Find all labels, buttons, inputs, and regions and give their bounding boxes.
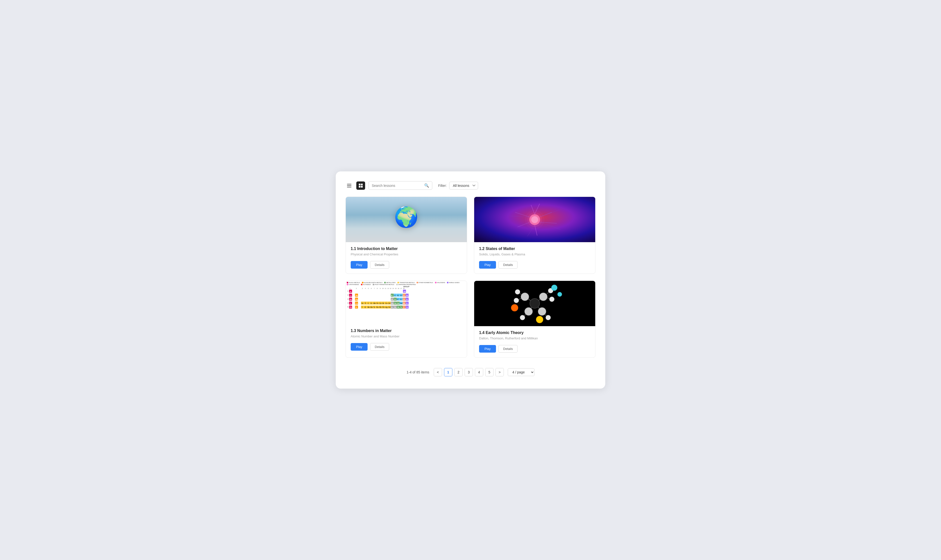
svg-text:Ar: Ar (406, 298, 408, 300)
svg-point-167 (520, 315, 525, 320)
card-subtitle-1-3: Atomic Number and Mass Number (351, 334, 462, 338)
prev-page-button[interactable]: < (434, 368, 442, 376)
svg-text:Mg: Mg (356, 298, 358, 300)
lesson-card-1-4: 1.4 Early Atomic Theory Dalton, Thomson,… (474, 281, 595, 358)
details-button-1-1[interactable]: Details (370, 261, 389, 269)
pagination-info: 1-4 of 85 items (407, 370, 429, 374)
svg-point-174 (530, 298, 540, 308)
svg-text:Al: Al (391, 298, 393, 300)
details-button-1-3[interactable]: Details (370, 343, 389, 351)
periodic-table-svg: 1 2 3 4 5 1 2 3 4 5 6 7 8 9 10 11 (347, 288, 466, 318)
svg-text:2: 2 (347, 294, 349, 296)
card-image-1-2 (474, 197, 595, 242)
svg-text:5: 5 (347, 306, 349, 308)
svg-text:Se: Se (400, 302, 403, 304)
svg-rect-6 (361, 186, 363, 188)
svg-text:Y: Y (362, 306, 363, 308)
svg-text:7: 7 (374, 288, 375, 289)
svg-point-175 (511, 305, 518, 311)
svg-text:3: 3 (362, 288, 363, 289)
page-button-4[interactable]: 4 (475, 368, 483, 376)
svg-text:Sr: Sr (356, 306, 358, 308)
svg-text:13: 13 (390, 288, 391, 289)
periodic-legend: ALKALI METALS ALKALINE EARTH METALS META… (347, 282, 466, 285)
svg-text:F: F (404, 295, 404, 296)
page-button-5[interactable]: 5 (485, 368, 494, 376)
svg-text:Cr: Cr (370, 302, 372, 304)
card-title-1-2: 1.2 States of Matter (479, 246, 590, 251)
svg-text:1: 1 (347, 290, 349, 292)
svg-point-164 (514, 298, 519, 303)
svg-text:H: H (350, 291, 351, 292)
card-actions-1-2: Play Details (479, 261, 590, 269)
svg-text:12: 12 (387, 288, 389, 289)
card-title-1-3: 1.3 Numbers in Matter (351, 329, 462, 333)
next-page-button[interactable]: > (495, 368, 504, 376)
svg-point-169 (551, 285, 557, 291)
details-button-1-4[interactable]: Details (498, 345, 518, 352)
search-input[interactable] (372, 184, 423, 188)
card-image-1-3: ALKALI METALS ALKALINE EARTH METALS META… (346, 281, 467, 324)
svg-rect-5 (359, 186, 361, 188)
lesson-card-1-2: 1.2 States of Matter Solids, Liquids, Ga… (474, 197, 595, 274)
molecule-svg (503, 283, 566, 324)
filter-select[interactable]: All lessons Favorites Completed In Progr… (449, 182, 478, 189)
svg-text:Ru: Ru (376, 306, 379, 308)
play-button-1-2[interactable]: Play (479, 261, 496, 269)
play-button-1-3[interactable]: Play (351, 343, 367, 351)
svg-text:15: 15 (395, 288, 396, 289)
svg-text:N: N (398, 295, 399, 296)
svg-text:B: B (391, 295, 393, 296)
svg-rect-149 (403, 306, 406, 309)
card-subtitle-1-4: Dalton, Thomson, Rutherford and Millikan (479, 337, 590, 340)
svg-text:4: 4 (365, 288, 366, 289)
svg-text:16: 16 (398, 288, 399, 289)
search-box: 🔍 (369, 181, 432, 190)
per-page-select[interactable]: 4 / page 8 / page 12 / page (508, 368, 534, 376)
card-actions-1-1: Play Details (351, 261, 462, 269)
svg-text:5: 5 (368, 288, 369, 289)
page-button-3[interactable]: 3 (464, 368, 473, 376)
svg-text:Xe: Xe (406, 306, 408, 308)
card-body-1-3: 1.3 Numbers in Matter Atomic Number and … (346, 324, 467, 357)
toolbar: 🔍 Filter: All lessons Favorites Complete… (346, 181, 595, 190)
card-body-1-1: 1.1 Introduction to Matter Physical and … (346, 242, 467, 274)
svg-text:Ti: Ti (365, 302, 366, 304)
svg-text:Ne: Ne (406, 295, 408, 296)
play-button-1-4[interactable]: Play (479, 345, 496, 352)
svg-text:Sn: Sn (394, 306, 396, 308)
play-button-1-1[interactable]: Play (351, 261, 367, 269)
svg-text:11: 11 (385, 288, 386, 289)
svg-text:Sb: Sb (397, 306, 400, 308)
svg-text:Mn: Mn (373, 302, 376, 304)
svg-point-166 (549, 297, 554, 302)
filter-label: Filter: (438, 184, 447, 188)
svg-text:Zn: Zn (388, 302, 390, 304)
svg-point-173 (538, 308, 546, 315)
svg-text:Ca: Ca (356, 302, 358, 304)
svg-text:Tc: Tc (373, 306, 375, 308)
svg-text:18: 18 (403, 288, 404, 289)
grid-view-button[interactable] (356, 182, 365, 190)
svg-text:2: 2 (356, 288, 357, 289)
page-button-1[interactable]: 1 (444, 368, 452, 376)
svg-point-172 (524, 308, 532, 315)
details-button-1-2[interactable]: Details (498, 261, 518, 269)
svg-text:9: 9 (380, 288, 381, 289)
svg-point-163 (515, 289, 520, 294)
svg-text:17: 17 (400, 288, 402, 289)
svg-text:4: 4 (347, 302, 349, 304)
svg-point-170 (521, 293, 529, 301)
pagination: 1-4 of 85 items < 1 2 3 4 5 > 4 / page 8… (346, 368, 595, 376)
svg-text:Na: Na (349, 298, 352, 300)
page-button-2[interactable]: 2 (454, 368, 463, 376)
svg-text:Zr: Zr (364, 306, 366, 308)
menu-button[interactable] (346, 182, 353, 189)
svg-text:S: S (400, 298, 402, 300)
svg-text:Sc: Sc (361, 302, 364, 304)
card-title-1-1: 1.1 Introduction to Matter (351, 246, 462, 251)
card-image-1-4 (474, 281, 595, 326)
card-image-1-1 (346, 197, 467, 242)
svg-text:Ge: Ge (394, 302, 396, 304)
card-body-1-4: 1.4 Early Atomic Theory Dalton, Thomson,… (474, 326, 595, 357)
